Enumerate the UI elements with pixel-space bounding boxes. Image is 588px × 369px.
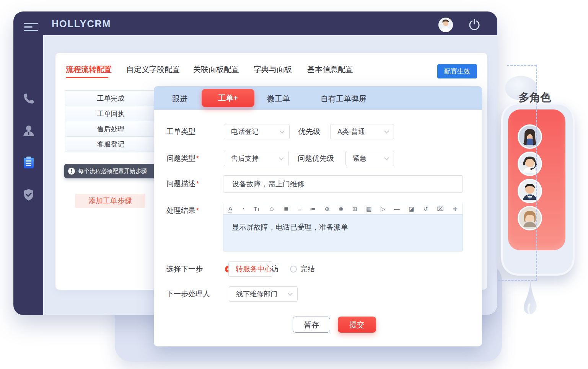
result-label: 处理结果* [166, 203, 199, 218]
next-step-radio-group: 转服务中心 转调查回访 完结 [225, 261, 326, 277]
eraser-icon[interactable]: ◪ [409, 206, 414, 212]
chevron-down-icon [280, 129, 285, 134]
next-step-label: 选择下一步 [166, 261, 203, 277]
chevron-down-icon [384, 129, 389, 134]
list-item-ticket-complete[interactable]: 工单完成 [65, 91, 156, 106]
next-handler-label: 下一步处理人 [166, 286, 210, 302]
ticket-type-value: 电话登记 [231, 128, 259, 136]
remove-link-icon[interactable]: ⊗ [339, 206, 344, 212]
emoji-icon[interactable]: ☺ [269, 206, 275, 212]
radio-finish[interactable] [290, 266, 297, 273]
workflow-notice-tooltip: ! 每个流程必须配置开始步骤 [64, 164, 156, 178]
modal-tab-follow-up[interactable]: 跟进 [172, 94, 187, 104]
chevron-down-icon [384, 155, 389, 160]
trash-icon[interactable]: ⌧ [437, 206, 443, 212]
tooltip-text: 每个流程必须配置开始步骤 [78, 168, 147, 175]
female-staff-avatar [518, 206, 542, 230]
modal-tab-own-ticket-popup[interactable]: 自有工单弹屏 [321, 94, 366, 104]
worksheet-clipboard-icon[interactable] [23, 156, 35, 169]
align-left-icon[interactable]: ≡ [298, 206, 301, 212]
app-title: HOLLYCRM [52, 18, 111, 29]
list-item-aftersale-handle[interactable]: 售后处理 [65, 121, 156, 137]
insert-link-icon[interactable]: ⊕ [325, 206, 330, 212]
tab-process-flow-config[interactable]: 流程流转配置 [66, 64, 112, 75]
issue-priority-label: 问题优先级 [298, 151, 334, 166]
issue-priority-select[interactable]: 紧急 [345, 151, 394, 166]
editor-toolbar: A ◔ Tт ☺ ≣ ≡ ≔ ⊕ ⊗ ⊞ ▦ ▷ — ◪ ↺ ⌧ ✛ [223, 203, 463, 215]
rich-text-editor: A ◔ Tт ☺ ≣ ≡ ≔ ⊕ ⊗ ⊞ ▦ ▷ — ◪ ↺ ⌧ ✛ 显示屏故障… [223, 203, 463, 251]
font-size-icon[interactable]: Tт [254, 206, 260, 212]
issue-desc-input[interactable]: 设备故障，需上门维修 [223, 175, 463, 193]
apply-config-button[interactable]: 配置生效 [437, 64, 477, 78]
priority-value: A类-普通 [337, 128, 365, 136]
list-item-ticket-receipt[interactable]: 工单回执 [65, 106, 156, 121]
add-ticket-step-button[interactable]: 添加工单步骤 [75, 194, 145, 208]
phone-icon[interactable] [23, 93, 35, 106]
tab-dictionary-panel[interactable]: 字典与面板 [254, 64, 292, 75]
ticket-type-label: 工单类型 [166, 124, 195, 139]
shield-check-icon[interactable] [23, 188, 35, 201]
ticket-form-modal: 跟进 工单+ 微工单 自有工单弹屏 工单类型 电话登记 优先级 A类-普通 问题… [154, 86, 482, 346]
fullscreen-icon[interactable]: ✛ [453, 206, 458, 212]
user-avatar[interactable] [438, 18, 453, 32]
palette-icon[interactable]: ◔ [241, 206, 245, 212]
radio-label-finish[interactable]: 完结 [300, 264, 315, 274]
active-tab-underline [66, 77, 108, 78]
male-manager-avatar [518, 179, 542, 203]
modal-tab-micro-ticket[interactable]: 微工单 [267, 94, 290, 104]
tab-basic-info-config[interactable]: 基本信息配置 [307, 64, 353, 75]
radio-label-transfer-service-center[interactable]: 转服务中心 [228, 261, 272, 277]
power-icon[interactable] [468, 18, 481, 31]
dashed-line-top [507, 65, 537, 66]
horizontal-rule-icon[interactable]: — [394, 206, 400, 212]
hamburger-menu-icon[interactable] [24, 23, 39, 31]
issue-type-label: 问题类型* [166, 151, 199, 166]
issue-priority-value: 紧急 [353, 155, 366, 162]
tab-linked-panel-config[interactable]: 关联面板配置 [193, 64, 239, 75]
table-icon[interactable]: ⊞ [352, 206, 357, 212]
contact-icon[interactable] [23, 124, 35, 137]
video-icon[interactable]: ▷ [381, 206, 385, 212]
submit-button[interactable]: 提交 [338, 317, 376, 333]
save-draft-button[interactable]: 暂存 [293, 317, 330, 333]
page: HOLLYCRM [0, 0, 588, 369]
modal-tab-ticket-plus[interactable]: 工单+ [202, 89, 254, 107]
chevron-down-icon [288, 291, 293, 296]
issue-type-select[interactable]: 售后支持 [224, 151, 289, 166]
ticket-type-select[interactable]: 电话登记 [224, 124, 290, 139]
user-avatar-image [439, 18, 452, 31]
image-icon[interactable]: ▦ [366, 206, 371, 212]
issue-desc-label: 问题描述* [166, 176, 199, 191]
bullet-list-icon[interactable]: ≔ [310, 206, 316, 212]
font-color-icon[interactable]: A [228, 206, 232, 212]
modal-tab-bar: 跟进 工单+ 微工单 自有工单弹屏 [154, 86, 482, 110]
next-handler-select[interactable]: 线下维修部门 [229, 286, 298, 302]
next-handler-value: 线下维修部门 [236, 290, 277, 298]
chevron-down-icon [279, 155, 284, 160]
editor-content[interactable]: 显示屏故障，电话已受理，准备派单 [223, 215, 463, 251]
list-item-service-register[interactable]: 客服登记 [65, 137, 156, 152]
teardrop-decoration [520, 281, 542, 333]
priority-select[interactable]: A类-普通 [330, 124, 394, 139]
tab-custom-fields-config[interactable]: 自定义字段配置 [126, 64, 180, 75]
issue-type-value: 售后支持 [231, 155, 259, 162]
workflow-step-list: 工单完成 工单回执 售后处理 客服登记 [65, 90, 156, 152]
female-agent-avatar [518, 124, 542, 149]
multi-role-panel [501, 103, 575, 276]
support-agent-headset-avatar [518, 152, 542, 176]
priority-label: 优先级 [298, 124, 320, 139]
multi-role-title: 多角色 [519, 90, 551, 105]
exclamation-icon: ! [68, 168, 75, 175]
indent-icon[interactable]: ≣ [284, 206, 289, 212]
undo-icon[interactable]: ↺ [423, 206, 428, 212]
